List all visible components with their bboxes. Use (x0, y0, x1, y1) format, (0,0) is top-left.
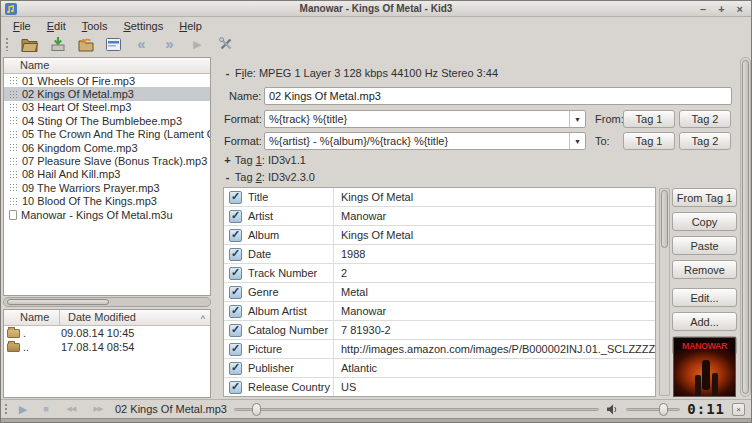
dir-row[interactable]: . 09.08.14 10:45 (4, 326, 210, 340)
tag-field-row-title[interactable]: TitleKings Of Metal (224, 188, 655, 207)
player-stop-button[interactable]: ■ (38, 401, 54, 417)
menu-settings[interactable]: Settings (115, 18, 171, 34)
play-button[interactable]: ▶ (188, 35, 207, 53)
album-art[interactable]: MANOWAR (673, 337, 736, 397)
chevron-down-icon[interactable]: ▼ (569, 111, 585, 127)
file-list-hscrollbar[interactable] (3, 297, 211, 307)
menu-file[interactable]: File (5, 18, 39, 34)
volume-slider-handle[interactable] (659, 403, 668, 416)
file-row[interactable]: 05 The Crown And The Ring (Lament Of Th (4, 128, 210, 141)
filename-from-tag1-button[interactable]: Tag 1 (623, 110, 675, 128)
tag1-from-filename-button[interactable]: Tag 1 (623, 132, 675, 150)
maximize-button[interactable]: + (718, 4, 724, 14)
player-drag-handle[interactable] (4, 403, 8, 416)
menu-edit[interactable]: Edit (39, 18, 74, 34)
format-to-tag-combo[interactable]: %{artist} - %{album}/%{track} %{title} ▼ (264, 132, 586, 150)
vscrollbar-thumb[interactable] (661, 190, 668, 248)
tag1-section-header[interactable]: + Tag 1: ID3v1.1 (223, 154, 306, 166)
playlist-button[interactable] (104, 35, 123, 53)
field-checkbox[interactable] (229, 362, 242, 375)
player-next-button[interactable]: ▶▶ (88, 401, 108, 417)
field-value[interactable]: Kings Of Metal (334, 226, 655, 244)
filename-from-tag2-button[interactable]: Tag 2 (679, 110, 731, 128)
field-value[interactable]: Kings Of Metal (334, 188, 655, 206)
player-close-button[interactable]: × (732, 403, 745, 416)
tag-field-row-genre[interactable]: GenreMetal (224, 283, 655, 302)
format-from-tag-combo[interactable]: %{track} %{title} ▼ (264, 110, 586, 128)
volume-slider[interactable] (626, 402, 680, 416)
file-row[interactable]: 10 Blood Of The Kings.mp3 (4, 195, 210, 208)
vscrollbar-thumb[interactable] (742, 60, 749, 394)
tag-field-row-album-artist[interactable]: Album ArtistManowar (224, 302, 655, 321)
copy-button[interactable]: Copy (672, 212, 737, 231)
dir-row[interactable]: .. 17.08.14 08:54 (4, 340, 210, 354)
tag-field-row-catalog-number[interactable]: Catalog Number7 81930-2 (224, 321, 655, 340)
field-checkbox[interactable] (229, 324, 242, 337)
file-list-header[interactable]: Name (4, 58, 210, 74)
field-value[interactable]: Manowar (334, 302, 655, 320)
next-file-button[interactable]: » (160, 35, 179, 53)
field-value[interactable]: Metal (334, 283, 655, 301)
remove-button[interactable]: Remove (672, 260, 737, 279)
field-checkbox[interactable] (229, 267, 242, 280)
tag2-section-header[interactable]: - Tag 2: ID3v2.3.0 (223, 171, 315, 183)
close-button[interactable]: × (737, 4, 743, 14)
field-value[interactable]: US (334, 378, 655, 396)
player-previous-button[interactable]: ◀◀ (61, 401, 81, 417)
tag-table-vscrollbar[interactable] (659, 188, 670, 396)
file-row[interactable]: 08 Hail And Kill.mp3 (4, 168, 210, 181)
field-checkbox[interactable] (229, 191, 242, 204)
field-checkbox[interactable] (229, 248, 242, 261)
dir-column-name[interactable]: Name (4, 310, 60, 325)
field-value[interactable]: Atlantic (334, 359, 655, 377)
file-row[interactable]: 03 Heart Of Steel.mp3 (4, 101, 210, 114)
file-row-selected[interactable]: 02 Kings Of Metal.mp3 (4, 87, 210, 100)
chevron-down-icon[interactable]: ▼ (569, 133, 585, 149)
tag-field-row-track-number[interactable]: Track Number2 (224, 264, 655, 283)
minimize-button[interactable]: – (700, 4, 706, 14)
file-row[interactable]: 06 Kingdom Come.mp3 (4, 141, 210, 154)
collapse-icon[interactable]: - (223, 67, 232, 79)
field-checkbox[interactable] (229, 381, 242, 394)
hscrollbar-thumb[interactable] (7, 299, 109, 305)
file-row[interactable]: 07 Pleasure Slave (Bonus Track).mp3 (4, 154, 210, 167)
filename-input[interactable] (264, 87, 732, 105)
file-row[interactable]: 04 Sting Of The Bumblebee.mp3 (4, 114, 210, 127)
revert-button[interactable] (76, 35, 95, 53)
save-button[interactable] (48, 35, 67, 53)
paste-button[interactable]: Paste (672, 236, 737, 255)
previous-file-button[interactable]: « (132, 35, 151, 53)
tag2-from-filename-button[interactable]: Tag 2 (679, 132, 731, 150)
from-tag1-button[interactable]: From Tag 1 (672, 188, 737, 207)
toolbar-drag-handle[interactable] (5, 37, 9, 51)
file-section-header[interactable]: - File: MPEG 1 Layer 3 128 kbps 44100 Hz… (223, 67, 498, 79)
sort-indicator-icon[interactable]: ^ (201, 312, 205, 327)
menu-tools[interactable]: Tools (74, 18, 116, 34)
file-row[interactable]: 09 The Warriors Prayer.mp3 (4, 181, 210, 194)
tag-field-row-artist[interactable]: ArtistManowar (224, 207, 655, 226)
playlist-file-row[interactable]: Manowar - Kings Of Metal.m3u (4, 208, 210, 221)
field-checkbox[interactable] (229, 229, 242, 242)
menu-help[interactable]: Help (171, 18, 210, 34)
expand-icon[interactable]: + (223, 154, 232, 166)
player-play-button[interactable]: ▶ (15, 401, 31, 417)
add-button[interactable]: Add... (672, 312, 737, 331)
right-panel-vscrollbar[interactable] (740, 57, 751, 397)
seek-slider-handle[interactable] (252, 403, 261, 416)
file-row[interactable]: 01 Wheels Of Fire.mp3 (4, 74, 210, 87)
tag-field-row-publisher[interactable]: PublisherAtlantic (224, 359, 655, 378)
speaker-icon[interactable] (606, 404, 619, 415)
tag-field-row-picture[interactable]: Picturehttp://images.amazon.com/images/P… (224, 340, 655, 359)
field-value[interactable]: http://images.amazon.com/images/P/B00000… (334, 340, 655, 358)
field-value[interactable]: Manowar (334, 207, 655, 225)
field-value[interactable]: 2 (334, 264, 655, 282)
dir-column-date-modified[interactable]: Date Modified (60, 310, 210, 325)
settings-button[interactable] (216, 35, 235, 53)
tag-field-row-release-country[interactable]: Release CountryUS (224, 378, 655, 397)
titlebar[interactable]: Manowar - Kings Of Metal - Kid3 – + × (1, 1, 751, 17)
tag-field-row-album[interactable]: AlbumKings Of Metal (224, 226, 655, 245)
field-checkbox[interactable] (229, 305, 242, 318)
edit-button[interactable]: Edit... (672, 288, 737, 307)
field-value[interactable]: 1988 (334, 245, 655, 263)
field-value[interactable]: 7 81930-2 (334, 321, 655, 339)
